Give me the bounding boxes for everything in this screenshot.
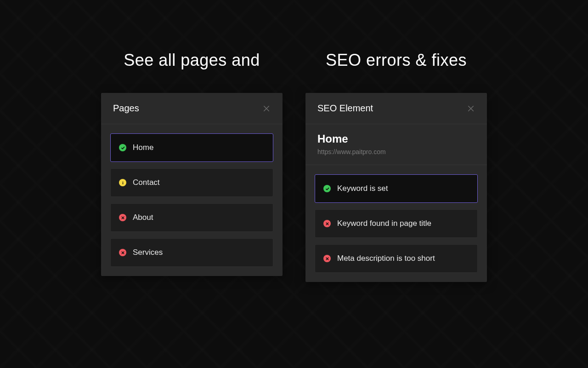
error-status-icon xyxy=(323,220,331,227)
page-item[interactable]: About xyxy=(110,203,273,232)
pages-panel-title: Pages xyxy=(113,103,139,114)
seo-check-item[interactable]: Meta description is too short xyxy=(315,244,478,273)
page-meta-url: https://www.paitpro.com xyxy=(317,148,475,155)
seo-panel: SEO Element Home https://www.paitpro.com… xyxy=(305,93,487,282)
error-status-icon xyxy=(119,249,126,256)
svg-rect-3 xyxy=(122,183,123,184)
success-status-icon xyxy=(119,144,126,151)
list-item-label: Contact xyxy=(133,178,160,187)
seo-panel-header: SEO Element xyxy=(305,93,487,124)
list-item-label: Keyword is set xyxy=(337,184,388,193)
list-item-label: Home xyxy=(133,143,153,152)
page-meta: Home https://www.paitpro.com xyxy=(305,124,487,165)
svg-point-2 xyxy=(122,181,123,182)
pages-panel-header: Pages xyxy=(101,93,283,124)
page-meta-title: Home xyxy=(317,132,475,145)
seo-check-item[interactable]: Keyword found in page title xyxy=(315,209,478,238)
pages-panel: Pages HomeContactAboutServices xyxy=(101,93,283,276)
left-column: See all pages and Pages HomeContactAbout… xyxy=(101,51,283,276)
right-column: SEO errors & fixes SEO Element Home http… xyxy=(305,51,487,282)
error-status-icon xyxy=(119,214,126,221)
left-headline: See all pages and xyxy=(124,51,260,70)
success-status-icon xyxy=(323,185,331,192)
list-item-label: About xyxy=(133,213,153,222)
error-status-icon xyxy=(323,255,331,262)
list-item-label: Services xyxy=(133,248,163,257)
seo-panel-title: SEO Element xyxy=(317,103,373,114)
list-item-label: Meta description is too short xyxy=(337,254,435,263)
page-item[interactable]: Home xyxy=(110,133,273,162)
page-item[interactable]: Services xyxy=(110,238,273,267)
right-headline: SEO errors & fixes xyxy=(326,51,467,70)
seo-list: Keyword is setKeyword found in page titl… xyxy=(305,165,487,282)
close-icon[interactable] xyxy=(262,104,271,113)
page-item[interactable]: Contact xyxy=(110,168,273,197)
list-item-label: Keyword found in page title xyxy=(337,219,431,228)
warning-status-icon xyxy=(119,179,126,186)
seo-check-item[interactable]: Keyword is set xyxy=(315,174,478,203)
pages-list: HomeContactAboutServices xyxy=(101,124,283,276)
close-icon[interactable] xyxy=(467,104,475,113)
